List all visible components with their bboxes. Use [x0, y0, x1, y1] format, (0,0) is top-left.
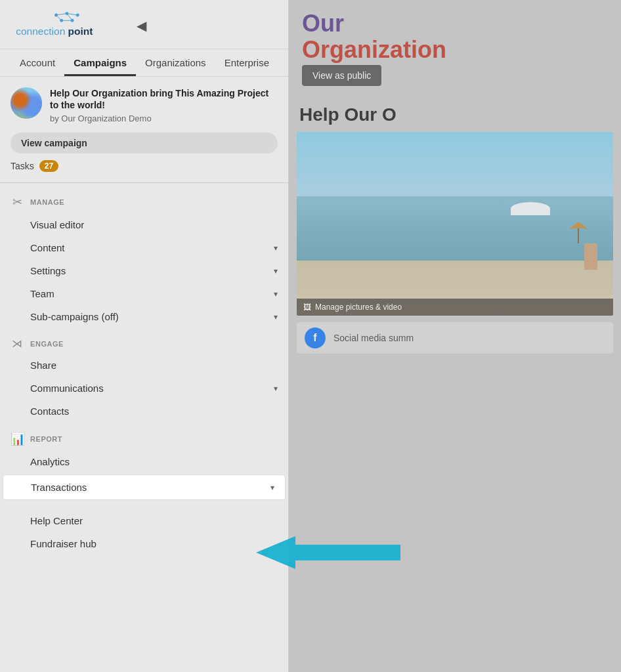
- svg-line-6: [67, 14, 77, 15]
- org-title-organization: Organization: [302, 36, 446, 63]
- engage-label: ENGAGE: [30, 340, 64, 348]
- beach-image-inner: 🖼 Manage pictures & video: [297, 132, 613, 316]
- manage-pictures-bar[interactable]: 🖼 Manage pictures & video: [297, 299, 613, 316]
- beach-image: 🖼 Manage pictures & video: [297, 132, 613, 316]
- view-campaign-button[interactable]: View campaign: [11, 133, 278, 154]
- beach-water: [297, 196, 613, 270]
- manage-icon: ✂: [11, 195, 24, 209]
- image-icon: 🖼: [303, 303, 311, 312]
- menu-contacts[interactable]: Contacts: [0, 400, 288, 423]
- org-header: Our Organization View as public: [289, 0, 621, 99]
- social-media-text: Social media summ: [333, 333, 414, 343]
- collapse-sidebar-button[interactable]: ◀: [137, 18, 146, 33]
- chevron-down-icon: ▾: [270, 483, 274, 492]
- campaign-card: Help Our Organization bring This Amazing…: [0, 77, 288, 129]
- engage-section-header: ⋊ ENGAGE: [0, 328, 288, 354]
- menu-share[interactable]: Share: [0, 354, 288, 377]
- menu-analytics[interactable]: Analytics: [0, 450, 288, 473]
- tasks-label: Tasks: [11, 161, 34, 171]
- chevron-down-icon: ▾: [274, 312, 278, 322]
- menu-help-center[interactable]: Help Center: [0, 509, 288, 532]
- avatar: [11, 87, 42, 119]
- umbrella-icon: [569, 220, 588, 243]
- svg-text:point: point: [68, 26, 93, 37]
- beach-hand: [584, 243, 597, 270]
- report-label: REPORT: [30, 435, 62, 443]
- right-content: Help Our O: [289, 99, 621, 354]
- svg-line-7: [67, 14, 72, 21]
- beach-boat: [511, 202, 550, 215]
- menu-team[interactable]: Team ▾: [0, 282, 288, 305]
- svg-line-8: [56, 15, 62, 20]
- main-container: connection point ◀ Account Campaigns Org…: [0, 0, 621, 672]
- chevron-down-icon: ▾: [274, 266, 278, 276]
- tasks-badge: 27: [39, 160, 58, 172]
- campaign-org: by Our Organization Demo: [50, 114, 278, 123]
- menu-settings[interactable]: Settings ▾: [0, 259, 288, 282]
- nav-item-organizations[interactable]: Organizations: [136, 49, 215, 76]
- left-panel: connection point ◀ Account Campaigns Org…: [0, 0, 289, 672]
- sidebar-content: ✂ MANAGE Visual editor Content ▾ Setting…: [0, 186, 288, 672]
- nav-item-campaigns[interactable]: Campaigns: [64, 49, 136, 76]
- chevron-down-icon: ▾: [274, 289, 278, 299]
- right-panel: Our Organization View as public Help Our…: [289, 0, 621, 672]
- help-our-title: Help Our O: [297, 99, 613, 132]
- nav-item-enterprise[interactable]: Enterprise: [215, 49, 278, 76]
- report-section-header: 📊 REPORT: [0, 423, 288, 450]
- chevron-down-icon: ▾: [274, 243, 278, 253]
- view-as-public-button[interactable]: View as public: [302, 65, 381, 86]
- top-nav: Account Campaigns Organizations Enterpri…: [0, 49, 288, 77]
- app-logo: connection point: [11, 9, 129, 42]
- chevron-down-icon: ▾: [274, 384, 278, 393]
- campaign-info: Help Our Organization bring This Amazing…: [50, 87, 278, 123]
- menu-visual-editor[interactable]: Visual editor: [0, 213, 288, 236]
- menu-transactions[interactable]: Transactions ▾: [3, 474, 286, 500]
- campaign-title: Help Our Organization bring This Amazing…: [50, 87, 278, 111]
- org-title: Our Organization: [302, 10, 608, 62]
- facebook-icon: f: [305, 327, 326, 348]
- menu-communications[interactable]: Communications ▾: [0, 377, 288, 400]
- svg-line-5: [56, 14, 67, 15]
- nav-item-account[interactable]: Account: [11, 49, 64, 76]
- manage-label: MANAGE: [30, 198, 64, 206]
- logo-area: connection point ◀: [0, 0, 288, 49]
- tasks-row: Tasks 27: [0, 156, 288, 180]
- menu-content[interactable]: Content ▾: [0, 236, 288, 259]
- menu-fundraiser-hub[interactable]: Fundraiser hub: [0, 532, 288, 555]
- manage-section-header: ✂ MANAGE: [0, 186, 288, 213]
- svg-text:connection: connection: [16, 26, 65, 37]
- org-title-our: Our: [302, 10, 344, 37]
- social-row: f Social media summ: [297, 322, 613, 354]
- report-icon: 📊: [11, 432, 24, 446]
- divider: [0, 182, 288, 183]
- menu-sub-campaigns[interactable]: Sub-campaigns (off) ▾: [0, 305, 288, 328]
- engage-icon: ⋊: [11, 337, 24, 350]
